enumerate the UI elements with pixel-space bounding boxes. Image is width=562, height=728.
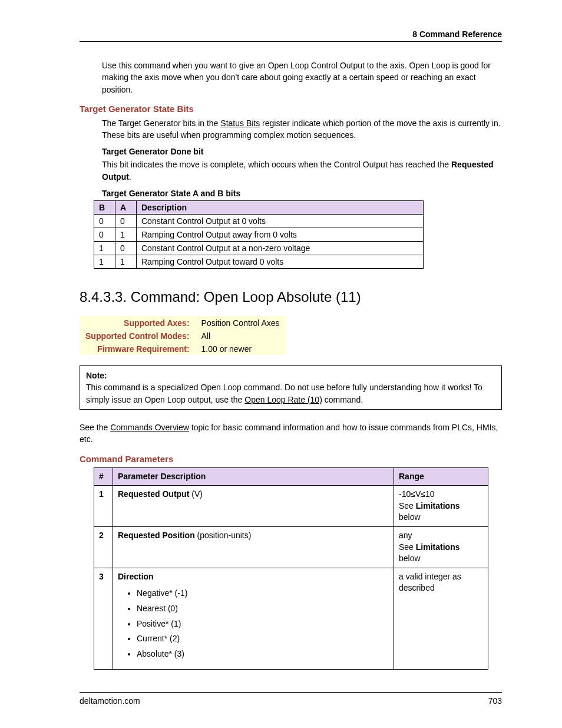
firmware-label: Firmware Requirement: — [80, 342, 196, 355]
note-text-post: command. — [322, 395, 363, 404]
param-num: 3 — [94, 568, 113, 670]
footer-site: deltamotion.com — [80, 696, 140, 706]
list-item: Negative* (-1) — [137, 586, 389, 601]
cell-a: 0 — [115, 242, 137, 255]
tg-para-pre: The Target Generator bits in the — [102, 118, 220, 128]
list-item: Current* (2) — [137, 631, 389, 647]
page: 8 Command Reference Use this command whe… — [0, 0, 562, 728]
state-bits-table: B A Description 0 0 Constant Control Out… — [94, 200, 424, 269]
range-line1: -10≤V≤10 — [399, 489, 435, 499]
supported-modes-label: Supported Control Modes: — [80, 329, 196, 342]
param-range: a valid integer as described — [394, 568, 488, 670]
cell-b: 1 — [94, 255, 115, 269]
table-row: 0 0 Constant Control Output at 0 volts — [94, 215, 424, 228]
col-b: B — [94, 201, 115, 215]
cell-a: 1 — [115, 255, 137, 269]
parameters-table: # Parameter Description Range 1 Requeste… — [94, 467, 488, 670]
table-row: 3 Direction Negative* (-1) Nearest (0) P… — [94, 568, 488, 670]
see-pre: See the — [80, 423, 110, 432]
chapter-title: 8 Command Reference — [412, 29, 502, 39]
table-row: 1 0 Constant Control Output at a non-zer… — [94, 242, 424, 255]
param-desc: Direction Negative* (-1) Nearest (0) Pos… — [113, 568, 394, 670]
range-line1: a valid integer as described — [399, 572, 461, 593]
param-range: any See Limitations below — [394, 526, 488, 568]
cell-b: 1 — [94, 242, 115, 255]
col-num: # — [94, 467, 113, 486]
open-loop-rate-link[interactable]: Open Loop Rate (10) — [244, 395, 322, 404]
list-item: Absolute* (3) — [137, 647, 389, 662]
range-bold: Limitations — [416, 542, 460, 552]
footer-page-number: 703 — [488, 696, 502, 706]
param-desc: Requested Position (position-units) — [113, 526, 394, 568]
tg-done-pre: This bit indicates the move is complete,… — [102, 160, 451, 169]
cell-desc: Ramping Control Output toward 0 volts — [137, 255, 424, 269]
page-header: 8 Command Reference — [80, 29, 502, 42]
see-paragraph: See the Commands Overview topic for basi… — [80, 421, 502, 446]
param-desc-bold: Direction — [118, 572, 154, 581]
param-desc: Requested Output (V) — [113, 486, 394, 527]
supported-modes-value: All — [196, 329, 286, 342]
range-pre: See — [399, 542, 416, 552]
param-desc-bold: Requested Position — [118, 531, 195, 540]
cell-desc: Constant Control Output at a non-zero vo… — [137, 242, 424, 255]
supported-axes-value: Position Control Axes — [196, 316, 286, 329]
page-footer: deltamotion.com 703 — [80, 692, 502, 706]
param-desc-tail: (V) — [189, 489, 203, 499]
tg-done-text: This bit indicates the move is complete,… — [102, 159, 502, 183]
col-desc: Parameter Description — [113, 467, 394, 486]
param-num: 1 — [94, 486, 113, 527]
table-row: 2 Requested Position (position-units) an… — [94, 526, 488, 568]
cell-a: 0 — [115, 215, 137, 228]
param-desc-bold: Requested Output — [118, 489, 189, 499]
param-range: -10≤V≤10 See Limitations below — [394, 486, 488, 527]
range-post: below — [399, 554, 421, 563]
table-row: 1 Requested Output (V) -10≤V≤10 See Limi… — [94, 486, 488, 527]
supported-axes-label: Supported Axes: — [80, 316, 196, 329]
list-item: Positive* (1) — [137, 617, 389, 632]
direction-list: Negative* (-1) Nearest (0) Positive* (1)… — [124, 586, 389, 661]
range-line1: any — [399, 531, 412, 540]
tg-ab-heading: Target Generator State A and B bits — [102, 189, 502, 198]
range-post: below — [399, 512, 421, 522]
cell-b: 0 — [94, 215, 115, 228]
col-desc: Description — [137, 201, 424, 215]
section-title: 8.4.3.3. Command: Open Loop Absolute (11… — [80, 289, 502, 305]
table-header-row: B A Description — [94, 201, 424, 215]
cell-a: 1 — [115, 228, 137, 242]
cell-desc: Constant Control Output at 0 volts — [137, 215, 424, 228]
cell-desc: Ramping Control Output away from 0 volts — [137, 228, 424, 242]
intro-paragraph: Use this command when you want to give a… — [102, 60, 502, 95]
col-range: Range — [394, 467, 488, 486]
range-bold: Limitations — [416, 501, 460, 510]
col-a: A — [115, 201, 137, 215]
note-box: Note: This command is a specialized Open… — [80, 365, 502, 410]
range-pre: See — [399, 501, 416, 510]
firmware-value: 1.00 or newer — [196, 342, 286, 355]
commands-overview-link[interactable]: Commands Overview — [110, 423, 189, 432]
param-desc-tail: (position-units) — [195, 531, 252, 540]
table-header-row: # Parameter Description Range — [94, 467, 488, 486]
command-info-box: Supported Axes: Position Control Axes Su… — [80, 316, 286, 355]
cell-b: 0 — [94, 228, 115, 242]
tg-paragraph: The Target Generator bits in the Status … — [102, 117, 502, 141]
tg-done-heading: Target Generator Done bit — [102, 147, 502, 156]
table-row: 1 1 Ramping Control Output toward 0 volt… — [94, 255, 424, 269]
params-heading: Command Parameters — [80, 454, 502, 464]
status-bits-link[interactable]: Status Bits — [220, 118, 260, 128]
tg-heading: Target Generator State Bits — [80, 104, 502, 114]
tg-done-post: . — [129, 172, 131, 182]
param-num: 2 — [94, 526, 113, 568]
list-item: Nearest (0) — [137, 601, 389, 617]
note-label: Note: — [86, 371, 107, 380]
table-row: 0 1 Ramping Control Output away from 0 v… — [94, 228, 424, 242]
